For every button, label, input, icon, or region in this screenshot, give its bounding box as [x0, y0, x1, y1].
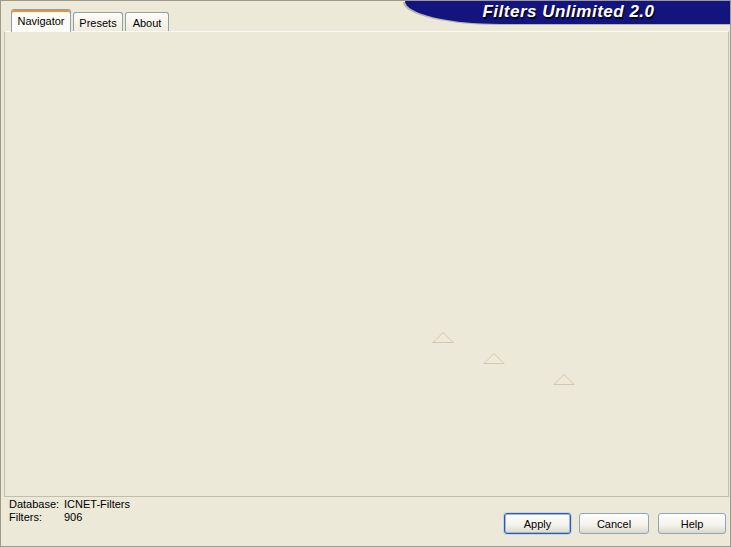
slider-thumb[interactable] [483, 353, 505, 364]
tab-about[interactable]: About [125, 12, 169, 32]
cancel-button[interactable]: Cancel [579, 513, 649, 534]
slider-thumb[interactable] [553, 374, 575, 385]
tab-about-label: About [133, 17, 162, 29]
tab-navigator-label: Navigator [17, 15, 64, 27]
navigator-tab-page [4, 31, 729, 497]
tab-presets[interactable]: Presets [73, 12, 123, 32]
slider-thumb[interactable] [432, 332, 454, 343]
status-filters-row: Filters:906 [9, 511, 130, 524]
status-database-value: ICNET-Filters [64, 498, 130, 510]
tab-presets-label: Presets [79, 17, 116, 29]
tab-navigator[interactable]: Navigator [11, 9, 71, 32]
help-button[interactable]: Help [658, 513, 726, 534]
status-database-label: Database: [9, 498, 64, 511]
status-filters-value: 906 [64, 511, 82, 523]
status-area: Database:ICNET-Filters Filters:906 [9, 498, 130, 524]
app-title: Filters Unlimited 2.0 [482, 2, 654, 22]
status-database-row: Database:ICNET-Filters [9, 498, 130, 511]
apply-button[interactable]: Apply [504, 513, 571, 534]
status-filters-label: Filters: [9, 511, 64, 524]
title-banner: Filters Unlimited 2.0 [405, 1, 731, 24]
filters-unlimited-window: Filters Unlimited 2.0 Navigator Presets … [0, 0, 731, 547]
